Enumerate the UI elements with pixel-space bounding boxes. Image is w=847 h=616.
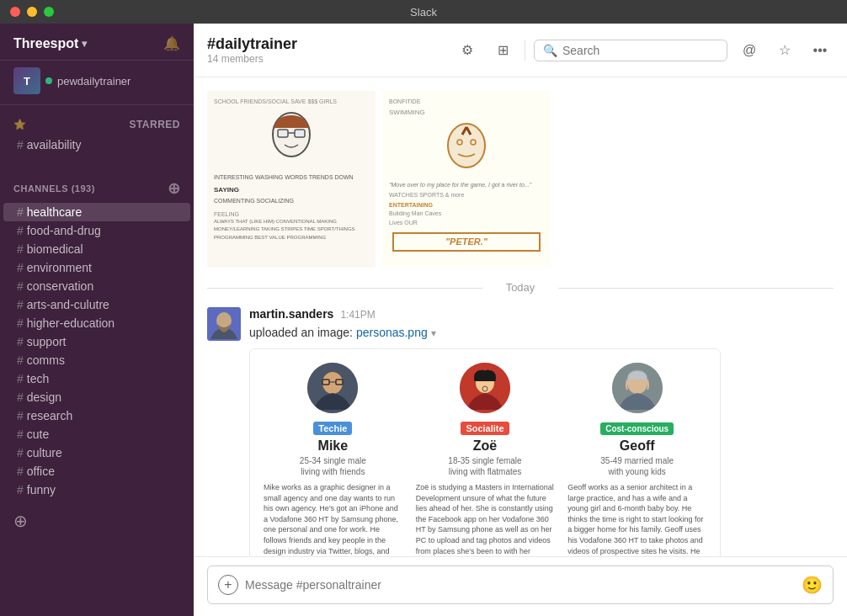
sidebar-item-label: biomedical — [27, 242, 83, 256]
sidebar-item-support[interactable]: # support — [3, 332, 190, 351]
titlebar: Slack — [0, 0, 847, 24]
sidebar-item-cute[interactable]: # cute — [3, 425, 190, 443]
user-status[interactable]: T pewdailytrainer — [0, 61, 194, 105]
svg-rect-1 — [278, 130, 288, 137]
header-divider — [525, 40, 525, 61]
persona-name-geoff: Geoff — [567, 438, 706, 454]
sidebar-item-availability[interactable]: # availability — [3, 135, 190, 154]
download-arrow-icon[interactable]: ▾ — [431, 327, 436, 339]
avatar: T — [13, 67, 40, 94]
add-workspace-button[interactable]: ⊕ — [0, 502, 194, 539]
message-input[interactable] — [245, 578, 795, 592]
hash-icon: # — [17, 446, 24, 459]
hash-icon: # — [17, 465, 24, 478]
hash-icon: # — [17, 224, 24, 237]
star-icon: ☆ — [779, 42, 791, 58]
persona-name-mike: Mike — [264, 438, 402, 454]
starred-section: ⭐ STARRED # availability — [0, 105, 194, 157]
sidebar-item-funny[interactable]: # funny — [3, 481, 190, 499]
sidebar-item-label: research — [27, 409, 72, 422]
channel-members: 14 members — [207, 53, 444, 65]
minimize-button[interactable] — [27, 7, 37, 17]
more-button[interactable]: ••• — [807, 37, 834, 64]
sidebar-item-office[interactable]: # office — [3, 462, 190, 481]
shared-images: SCHOOL FRIENDS/SOCIAL SAVE $$$ GIRLS — [207, 91, 834, 268]
sidebar-item-label: office — [27, 465, 55, 478]
sidebar-item-healthcare[interactable]: # healthcare — [3, 203, 190, 221]
close-button[interactable] — [10, 7, 20, 17]
date-divider: Today — [207, 281, 834, 294]
channels-section: CHANNELS (193) ⊕ # healthcare # food-and… — [0, 157, 194, 502]
sidebar-item-culture[interactable]: # culture — [3, 443, 190, 462]
sidebar-item-label: support — [27, 335, 67, 348]
sidebar-item-environment[interactable]: # environment — [3, 258, 190, 277]
hash-icon: # — [17, 138, 24, 151]
sidebar-item-label: environment — [27, 261, 92, 274]
bell-icon[interactable]: 🔔 — [163, 35, 180, 51]
app-body: Threespot ▾ 🔔 T pewdailytrainer ⭐ STARRE… — [0, 24, 847, 616]
hash-icon: # — [17, 372, 24, 385]
workspace-header: Threespot ▾ 🔔 — [0, 24, 194, 61]
persona-avatar-zoe — [460, 363, 510, 413]
sidebar-item-tech[interactable]: # tech — [3, 369, 190, 388]
add-attachment-button[interactable]: + — [218, 575, 238, 595]
layout-button[interactable]: ⊞ — [489, 37, 516, 64]
hash-icon: # — [17, 205, 24, 219]
hash-icon: # — [17, 298, 24, 311]
svg-rect-2 — [295, 130, 305, 137]
sidebar-item-research[interactable]: # research — [3, 406, 190, 425]
star-button[interactable]: ☆ — [771, 37, 798, 64]
search-input[interactable] — [562, 44, 718, 57]
persona-desc-geoff: 35-49 married malewith young kids — [567, 455, 706, 477]
hash-icon: # — [17, 242, 24, 256]
sketch-image-left[interactable]: SCHOOL FRIENDS/SOCIAL SAVE $$$ GIRLS — [207, 91, 376, 268]
sketch-image-right[interactable]: BONFITIDE SWIMMING — [382, 91, 551, 268]
maximize-button[interactable] — [44, 7, 54, 17]
persona-card-geoff: Cost-conscious Geoff 35-49 married malew… — [567, 363, 706, 556]
sidebar-item-higher-education[interactable]: # higher-education — [3, 314, 190, 332]
starred-header: ⭐ STARRED — [0, 119, 194, 135]
sidebar-item-label: comms — [27, 353, 65, 367]
message-author: martin.sanders — [249, 307, 333, 321]
search-box[interactable]: 🔍 — [534, 40, 727, 61]
channel-name: #dailytrainer — [207, 35, 444, 53]
message-input-area: + 🙂 — [194, 556, 847, 616]
main-content: #dailytrainer 14 members ⚙ ⊞ 🔍 @ — [194, 24, 847, 616]
starred-label: STARRED — [129, 119, 180, 130]
message-row: martin.sanders 1:41PM uploaded an image:… — [207, 307, 834, 556]
message-time: 1:41PM — [340, 309, 375, 321]
star-icon: ⭐ — [13, 119, 27, 130]
persona-card-mike: Techie Mike 25-34 single maleliving with… — [264, 363, 402, 556]
channels-label: CHANNELS (193) — [13, 183, 95, 194]
add-channel-icon[interactable]: ⊕ — [168, 179, 181, 198]
header-icons: ⚙ ⊞ 🔍 @ ☆ ••• — [454, 37, 834, 64]
sidebar-item-biomedical[interactable]: # biomedical — [3, 240, 190, 258]
sidebar-item-label: cute — [27, 427, 49, 441]
username: pewdailytrainer — [57, 75, 131, 88]
avatar — [207, 307, 241, 341]
sidebar-item-comms[interactable]: # comms — [3, 351, 190, 369]
channels-header: CHANNELS (193) ⊕ — [0, 171, 194, 203]
hash-icon: # — [17, 335, 24, 348]
channel-header: #dailytrainer 14 members ⚙ ⊞ 🔍 @ — [194, 24, 847, 77]
layout-icon: ⊞ — [498, 42, 509, 58]
workspace-caret: ▾ — [82, 38, 87, 50]
attachment-personas[interactable]: Techie Mike 25-34 single maleliving with… — [249, 348, 721, 556]
persona-tag-zoe: Socialite — [461, 422, 509, 435]
at-button[interactable]: @ — [736, 37, 763, 64]
hash-icon: # — [17, 390, 24, 404]
sidebar-item-label: higher-education — [27, 316, 115, 330]
status-indicator — [45, 77, 52, 84]
file-link[interactable]: personas.png — [356, 326, 428, 339]
sidebar-item-conservation[interactable]: # conservation — [3, 277, 190, 295]
sidebar-item-label: food-and-drug — [27, 224, 101, 237]
settings-button[interactable]: ⚙ — [454, 37, 481, 64]
workspace-name[interactable]: Threespot ▾ — [13, 36, 87, 51]
persona-avatar-mike — [307, 363, 358, 413]
sidebar-item-arts-and-culutre[interactable]: # arts-and-culutre — [3, 295, 190, 314]
hash-icon: # — [17, 483, 24, 497]
sidebar-item-food-and-drug[interactable]: # food-and-drug — [3, 221, 190, 240]
emoji-icon[interactable]: 🙂 — [802, 575, 823, 595]
sidebar-item-design[interactable]: # design — [3, 388, 190, 406]
app-title: Slack — [410, 6, 437, 19]
